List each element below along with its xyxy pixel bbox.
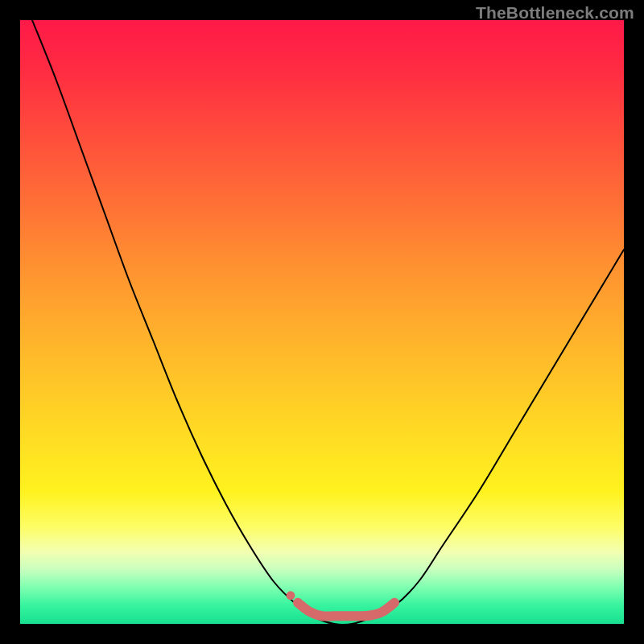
sweet-spot-marker <box>287 591 394 616</box>
bottleneck-curve <box>32 20 624 625</box>
chart-svg <box>20 20 624 624</box>
svg-point-0 <box>287 591 295 600</box>
chart-frame: TheBottleneck.com <box>0 0 644 644</box>
